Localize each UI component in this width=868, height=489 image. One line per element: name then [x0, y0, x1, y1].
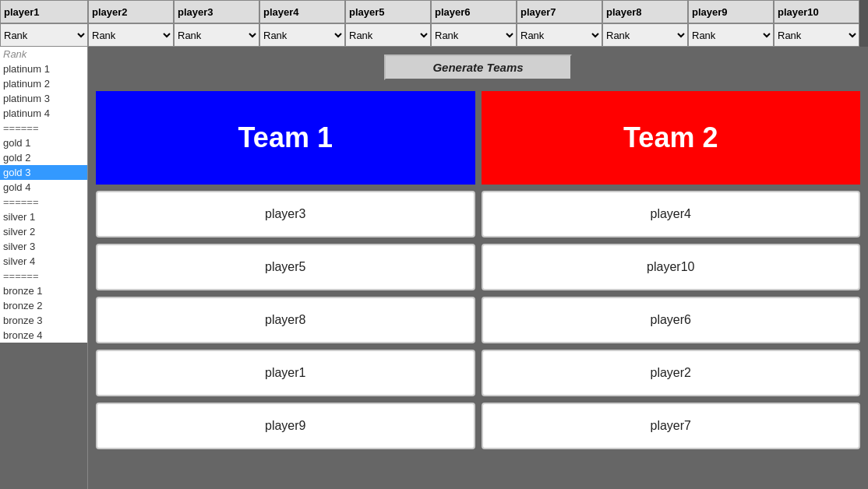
rank-select-player9[interactable]: Rankplatinum 1platinum 2platinum 3platin…	[688, 23, 774, 47]
sidebar-item-platinum-2[interactable]: platinum 2	[0, 76, 87, 91]
rank-select-player5[interactable]: Rankplatinum 1platinum 2platinum 3platin…	[345, 23, 431, 47]
player-card-right-1: player10	[482, 244, 861, 290]
sidebar-item-bronze-4[interactable]: bronze 4	[0, 328, 87, 343]
player-card-left-0: player3	[96, 191, 475, 237]
player-row-1: player5player10	[96, 244, 860, 290]
player-card-right-3: player2	[482, 350, 861, 396]
rank-select-player10[interactable]: Rankplatinum 1platinum 2platinum 3platin…	[774, 23, 859, 47]
team2-label: Team 2	[623, 121, 718, 154]
player-rows-container: player3player4player5player10player8play…	[96, 191, 860, 449]
player-header-player10: player10	[774, 0, 859, 23]
rank-select-player4[interactable]: Rankplatinum 1platinum 2platinum 3platin…	[259, 23, 345, 47]
teams-container: Team 1 Team 2	[96, 91, 860, 185]
sidebar-item-======: ======	[0, 195, 87, 209]
sidebar-item-gold-2[interactable]: gold 2	[0, 150, 87, 165]
sidebar-item-silver-1[interactable]: silver 1	[0, 209, 87, 224]
player-header-player9: player9	[688, 0, 774, 23]
team1-label: Team 1	[238, 121, 333, 154]
sidebar-item-gold-1[interactable]: gold 1	[0, 135, 87, 150]
player-header-player5: player5	[345, 0, 431, 23]
sidebar-item-silver-4[interactable]: silver 4	[0, 254, 87, 269]
player-card-left-2: player8	[96, 297, 475, 343]
sidebar-item-gold-4[interactable]: gold 4	[0, 180, 87, 195]
player-header-row: player1player2player3player4player5playe…	[0, 0, 868, 23]
sidebar-item-bronze-1[interactable]: bronze 1	[0, 283, 87, 298]
player-row-4: player9player7	[96, 403, 860, 449]
main-area: Rankplatinum 1platinum 2platinum 3platin…	[0, 47, 868, 489]
team1-box: Team 1	[96, 91, 475, 185]
player-card-left-4: player9	[96, 403, 475, 449]
player-card-left-1: player5	[96, 244, 475, 290]
sidebar-item-platinum-4[interactable]: platinum 4	[0, 106, 87, 121]
player-header-player6: player6	[431, 0, 517, 23]
sidebar-item-platinum-3[interactable]: platinum 3	[0, 91, 87, 106]
rank-select-player1[interactable]: Rankplatinum 1platinum 2platinum 3platin…	[0, 23, 88, 47]
sidebar[interactable]: Rankplatinum 1platinum 2platinum 3platin…	[0, 47, 88, 489]
generate-btn-row: Generate Teams	[96, 55, 860, 80]
player-header-player4: player4	[259, 0, 345, 23]
player-card-right-0: player4	[482, 191, 861, 237]
rank-row: Rankplatinum 1platinum 2platinum 3platin…	[0, 23, 868, 47]
sidebar-item-Rank: Rank	[0, 47, 87, 62]
sidebar-item-platinum-1[interactable]: platinum 1	[0, 62, 87, 76]
player-header-player3: player3	[174, 0, 259, 23]
rank-select-player3[interactable]: Rankplatinum 1platinum 2platinum 3platin…	[174, 23, 259, 47]
team2-box: Team 2	[482, 91, 861, 185]
player-header-player8: player8	[602, 0, 688, 23]
player-header-player1: player1	[0, 0, 88, 23]
player-row-3: player1player2	[96, 350, 860, 396]
player-card-right-4: player7	[482, 403, 861, 449]
sidebar-item-gold-3[interactable]: gold 3	[0, 165, 87, 180]
generate-teams-button[interactable]: Generate Teams	[384, 55, 571, 80]
player-card-left-3: player1	[96, 350, 475, 396]
sidebar-item-======: ======	[0, 269, 87, 283]
sidebar-item-======: ======	[0, 121, 87, 135]
player-card-right-2: player6	[482, 297, 861, 343]
player-header-player7: player7	[517, 0, 602, 23]
sidebar-item-silver-3[interactable]: silver 3	[0, 239, 87, 254]
rank-select-player2[interactable]: Rankplatinum 1platinum 2platinum 3platin…	[88, 23, 174, 47]
player-row-0: player3player4	[96, 191, 860, 237]
player-row-2: player8player6	[96, 297, 860, 343]
rank-select-player8[interactable]: Rankplatinum 1platinum 2platinum 3platin…	[602, 23, 688, 47]
sidebar-item-bronze-3[interactable]: bronze 3	[0, 313, 87, 328]
sidebar-item-bronze-2[interactable]: bronze 2	[0, 298, 87, 313]
player-header-player2: player2	[88, 0, 174, 23]
content-area: Generate Teams Team 1 Team 2 player3play…	[88, 47, 868, 489]
sidebar-list: Rankplatinum 1platinum 2platinum 3platin…	[0, 47, 87, 343]
rank-select-player6[interactable]: Rankplatinum 1platinum 2platinum 3platin…	[431, 23, 517, 47]
rank-select-player7[interactable]: Rankplatinum 1platinum 2platinum 3platin…	[517, 23, 602, 47]
sidebar-item-silver-2[interactable]: silver 2	[0, 224, 87, 239]
